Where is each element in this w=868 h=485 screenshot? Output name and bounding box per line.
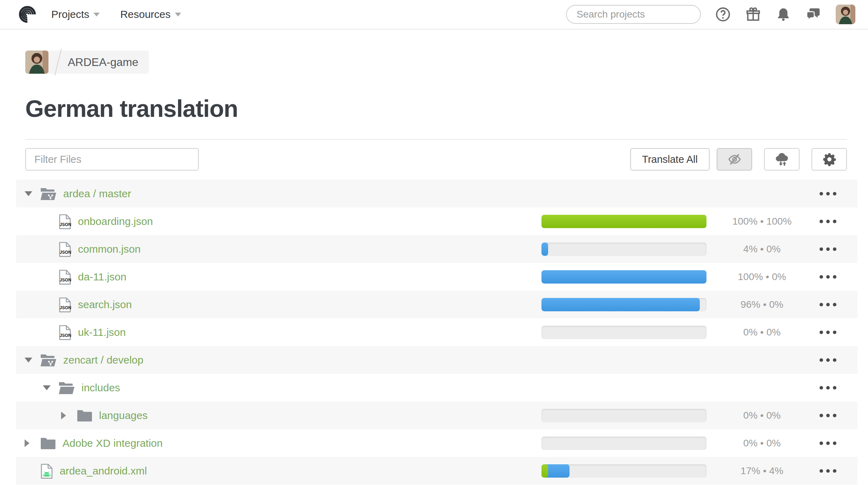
file-row: Adobe XD integration 0% • 0% bbox=[16, 429, 857, 457]
nav-menu-projects[interactable]: Projects bbox=[51, 8, 100, 20]
progress-label: 100% • 100% bbox=[706, 216, 817, 227]
svg-text:JSON: JSON bbox=[60, 222, 71, 227]
file-row: JSON onboarding.json 100% • 100% bbox=[16, 207, 857, 235]
file-name-link[interactable]: uk-11.json bbox=[78, 326, 126, 338]
expand-caret-icon[interactable] bbox=[25, 191, 40, 196]
ellipsis-menu-icon[interactable] bbox=[817, 358, 842, 362]
project-owner-avatar bbox=[25, 51, 48, 74]
top-nav: Projects Resources bbox=[0, 0, 868, 29]
progress-label: 100% • 0% bbox=[706, 271, 817, 283]
cloud-sync-icon[interactable] bbox=[764, 148, 800, 171]
file-name-link[interactable]: search.json bbox=[78, 299, 132, 311]
progress-bar bbox=[541, 298, 706, 311]
file-row: JSON da-11.json 100% • 0% bbox=[16, 263, 857, 291]
breadcrumb-project-name: ARDEA-game bbox=[68, 56, 138, 69]
file-row: JSON uk-11.json 0% • 0% bbox=[16, 318, 857, 346]
expand-caret-icon[interactable] bbox=[43, 385, 58, 390]
closed-folder-icon bbox=[40, 437, 56, 450]
file-row: JSON search.json 96% • 0% bbox=[16, 291, 857, 318]
ellipsis-menu-icon[interactable] bbox=[817, 192, 842, 195]
nav-menu-resources[interactable]: Resources bbox=[120, 8, 181, 20]
user-avatar[interactable] bbox=[836, 5, 855, 24]
gift-icon[interactable] bbox=[745, 6, 761, 22]
ardea-spiral-logo[interactable] bbox=[18, 4, 37, 25]
progress-label: 0% • 0% bbox=[706, 410, 817, 421]
breadcrumb[interactable]: ARDEA-game bbox=[25, 51, 149, 74]
filter-files-input[interactable] bbox=[25, 148, 199, 171]
json-file-icon: JSON bbox=[58, 213, 72, 230]
progress-bar bbox=[541, 242, 706, 256]
progress-bar bbox=[541, 464, 706, 478]
android-file-icon bbox=[40, 463, 53, 479]
file-row: JSON common.json 4% • 0% bbox=[16, 235, 857, 263]
file-row: zencart / develop bbox=[16, 346, 857, 374]
ellipsis-menu-icon[interactable] bbox=[817, 247, 842, 251]
chevron-down-icon bbox=[175, 13, 181, 16]
svg-text:JSON: JSON bbox=[60, 250, 71, 254]
file-row: ardea / master bbox=[16, 180, 857, 207]
messages-icon[interactable] bbox=[805, 6, 822, 22]
json-file-icon: JSON bbox=[58, 241, 72, 257]
file-name-link[interactable]: onboarding.json bbox=[78, 215, 153, 227]
file-name-link[interactable]: ardea / master bbox=[63, 188, 131, 200]
branch-folder-icon bbox=[40, 187, 57, 201]
nav-menu-label: Resources bbox=[120, 8, 170, 20]
progress-label: 4% • 0% bbox=[706, 244, 817, 255]
help-icon[interactable] bbox=[715, 6, 731, 22]
toolbar-divider bbox=[25, 139, 847, 140]
ellipsis-menu-icon[interactable] bbox=[817, 469, 842, 473]
gear-icon[interactable] bbox=[811, 148, 847, 171]
progress-label: 0% • 0% bbox=[706, 438, 817, 449]
json-file-icon: JSON bbox=[58, 324, 72, 340]
file-name-link[interactable]: Adobe XD integration bbox=[63, 437, 163, 449]
progress-bar bbox=[541, 215, 706, 228]
file-name-link[interactable]: includes bbox=[81, 382, 120, 394]
nav-menu-label: Projects bbox=[51, 8, 89, 20]
file-row: includes bbox=[16, 374, 857, 401]
ellipsis-menu-icon[interactable] bbox=[817, 414, 842, 417]
ellipsis-menu-icon[interactable] bbox=[817, 441, 842, 445]
progress-label: 17% • 4% bbox=[706, 465, 817, 477]
ellipsis-menu-icon[interactable] bbox=[817, 386, 842, 390]
project-search bbox=[566, 5, 701, 24]
file-list: ardea / master JSON onboarding.json 100%… bbox=[16, 180, 857, 485]
progress-bar bbox=[541, 437, 706, 450]
svg-text:JSON: JSON bbox=[60, 333, 71, 338]
progress-bar bbox=[541, 270, 706, 284]
ellipsis-menu-icon[interactable] bbox=[817, 303, 842, 306]
translate-all-button[interactable]: Translate All bbox=[630, 148, 710, 171]
progress-label: 0% • 0% bbox=[706, 327, 817, 338]
file-toolbar: Translate All bbox=[25, 148, 847, 171]
closed-folder-icon bbox=[77, 409, 93, 422]
file-name-link[interactable]: zencart / develop bbox=[63, 354, 143, 366]
json-file-icon: JSON bbox=[58, 269, 72, 285]
ellipsis-menu-icon[interactable] bbox=[817, 275, 842, 279]
file-row: ardea_android.xml 17% • 4% bbox=[16, 457, 857, 485]
progress-label: 96% • 0% bbox=[706, 299, 817, 310]
json-file-icon: JSON bbox=[58, 297, 72, 313]
open-folder-icon bbox=[58, 381, 75, 395]
expand-caret-icon[interactable] bbox=[61, 412, 77, 419]
file-name-link[interactable]: da-11.json bbox=[78, 271, 126, 283]
progress-bar bbox=[541, 409, 706, 422]
file-row: languages 0% • 0% bbox=[16, 401, 857, 429]
file-name-link[interactable]: ardea_android.xml bbox=[60, 465, 147, 477]
svg-text:JSON: JSON bbox=[60, 277, 71, 282]
bell-icon[interactable] bbox=[775, 6, 791, 22]
file-name-link[interactable]: languages bbox=[99, 410, 147, 421]
page-title: German translation bbox=[25, 95, 847, 122]
progress-bar bbox=[541, 326, 706, 339]
chevron-down-icon bbox=[93, 13, 100, 16]
search-input[interactable] bbox=[577, 9, 703, 20]
breadcrumb-divider bbox=[54, 49, 62, 75]
ellipsis-menu-icon[interactable] bbox=[817, 331, 842, 334]
branch-folder-icon bbox=[40, 353, 57, 367]
ellipsis-menu-icon[interactable] bbox=[817, 220, 842, 223]
expand-caret-icon[interactable] bbox=[25, 439, 40, 447]
expand-caret-icon[interactable] bbox=[25, 358, 40, 363]
eye-off-icon[interactable] bbox=[717, 148, 752, 171]
svg-text:JSON: JSON bbox=[60, 305, 71, 310]
file-name-link[interactable]: common.json bbox=[78, 243, 140, 255]
